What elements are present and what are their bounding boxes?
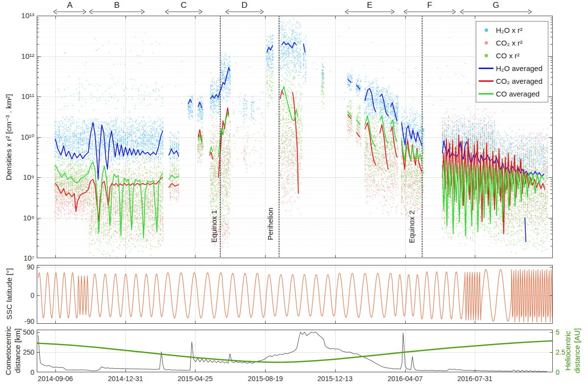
heliocentric-y-tick-label: 2.5	[556, 348, 575, 356]
densities-y-tick-label: 10¹³	[10, 11, 34, 20]
rosetta-density-figure: ABCDEFG Equinox 1 Perihelion Equinox 2 D…	[0, 0, 588, 386]
cometocentric-y-tick-label: 500	[15, 328, 34, 336]
distances-plot-area	[37, 330, 553, 372]
equinox1-label: Equinox 1	[210, 210, 218, 243]
section-range-arrow-icon	[52, 9, 87, 15]
x-tick-date-label: 2014-09-06	[32, 375, 79, 383]
legend-item-co2-averaged: CO₂ averaged	[476, 75, 548, 87]
equinox2-label: Equinox 2	[408, 211, 416, 243]
legend-label: H₂O averaged	[496, 64, 542, 72]
legend-label: CO₂ averaged	[496, 77, 542, 85]
section-marker: G	[459, 0, 533, 15]
legend-label: CO x r²	[496, 51, 519, 60]
x-tick-date-label: 2016-07-31	[451, 375, 498, 383]
cometocentric-y-tick-label: 250	[15, 348, 34, 356]
legend-label: H₂O x r²	[496, 26, 522, 34]
section-marker: A	[52, 0, 87, 15]
section-range-arrow-icon	[164, 9, 203, 15]
section-range-arrow-icon	[88, 9, 146, 15]
section-range-arrow-icon	[344, 9, 395, 15]
section-marker: B	[88, 0, 146, 15]
legend-label: CO averaged	[496, 90, 539, 98]
ssc-y-tick-label: 0	[15, 291, 34, 299]
legend-item-co2-scatter: CO₂ x r²	[476, 37, 548, 49]
legend-item-co-averaged: CO averaged	[476, 88, 548, 100]
h2o-scatter-marker-icon	[485, 28, 488, 32]
legend-item-h2o-scatter: H₂O x r²	[476, 24, 548, 36]
legend: H₂O x r² CO₂ x r² CO x r² H₂O averaged C…	[476, 21, 548, 102]
legend-label: CO₂ x r²	[496, 39, 522, 47]
densities-y-tick-label: 10¹⁰	[10, 133, 34, 142]
densities-y-tick-label: 10⁹	[10, 173, 34, 182]
cometocentric-axis-title-line1: Cometocentric	[3, 326, 13, 375]
section-range-arrow-icon	[224, 9, 265, 15]
co-scatter-marker-icon	[485, 54, 488, 57]
legend-item-h2o-averaged: H₂O averaged	[476, 62, 548, 74]
densities-y-tick-label: 10⁷	[10, 254, 34, 263]
densities-y-tick-label: 10¹¹	[10, 92, 34, 101]
ssc-y-tick-label: -90	[15, 317, 34, 325]
co-line-marker-icon	[479, 93, 493, 95]
x-tick-date-label: 2015-08-19	[242, 375, 289, 383]
x-tick-date-label: 2014-12-31	[102, 375, 149, 383]
section-marker: D	[224, 0, 265, 15]
perihelion-label: Perihelion	[266, 208, 274, 241]
ssc-latitude-plot-area	[37, 265, 553, 324]
ssc-axis-title: SSC latitude [°]	[5, 268, 14, 319]
section-marker: E	[344, 0, 395, 15]
co2-scatter-marker-icon	[485, 41, 488, 45]
ssc-y-tick-label: 90	[15, 263, 34, 271]
section-range-arrow-icon	[403, 9, 457, 15]
section-range-arrow-icon	[459, 9, 533, 15]
heliocentric-y-tick-label: 5	[556, 328, 575, 336]
h2o-line-marker-icon	[479, 68, 493, 69]
heliocentric-y-tick-label: 0	[556, 368, 575, 376]
x-tick-date-label: 2015-12-13	[312, 375, 359, 383]
co2-line-marker-icon	[479, 80, 493, 82]
densities-y-tick-label: 10¹²	[10, 52, 34, 61]
legend-item-co-scatter: CO x r²	[476, 49, 548, 62]
densities-y-tick-label: 10⁸	[10, 214, 34, 222]
section-marker: F	[403, 0, 457, 15]
x-tick-date-label: 2016-04-07	[382, 375, 429, 383]
section-marker: C	[164, 0, 203, 15]
x-tick-date-label: 2015-04-25	[172, 375, 219, 383]
